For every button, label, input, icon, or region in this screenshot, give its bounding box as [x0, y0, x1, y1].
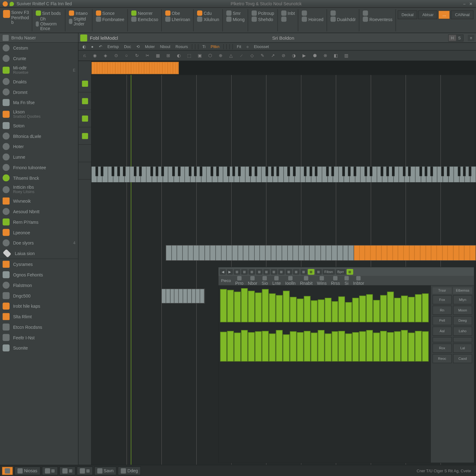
tool-icon[interactable]: ▣: [196, 52, 203, 59]
panel-tb-button[interactable]: ▶: [227, 269, 233, 274]
velocity-bar[interactable]: [422, 332, 429, 362]
ribbon-button[interactable]: Miong: [225, 16, 246, 22]
panel-side-cell[interactable]: Fox: [433, 295, 452, 305]
tool-icon[interactable]: ◧: [332, 52, 339, 59]
velocity-bar[interactable]: [380, 295, 387, 322]
sidebar-item[interactable]: Dngc500: [0, 290, 78, 301]
panel-tb-button[interactable]: ⊞: [249, 269, 255, 274]
statusbar-button[interactable]: [2, 466, 13, 475]
velocity-bar[interactable]: [311, 333, 317, 361]
tool-icon[interactable]: ○: [123, 52, 130, 59]
statusbar-button[interactable]: Niosas: [14, 466, 40, 475]
ribbon-button[interactable]: Dh Obworm Ence: [34, 16, 64, 31]
velocity-bar[interactable]: [297, 298, 303, 322]
velocity-bar[interactable]: [373, 333, 380, 361]
panel-side-cell[interactable]: Moon: [453, 306, 472, 315]
panel-side-cell[interactable]: Reoc: [433, 354, 452, 363]
toolstrip-button[interactable]: Nboul: [158, 44, 172, 49]
ribbon-button[interactable]: Duakhddr: [329, 16, 357, 22]
panel-tb-button[interactable]: ⊞: [300, 269, 307, 274]
ribbon-button[interactable]: Lheriroan: [164, 16, 192, 22]
panel-tool-button[interactable]: Wins: [317, 276, 327, 285]
toolstrip-button[interactable]: ⟲: [134, 44, 142, 49]
velocity-bar[interactable]: [325, 333, 331, 361]
toolstrip-button[interactable]: Moler: [143, 44, 157, 49]
ribbon-button[interactable]: Xilulnun: [196, 16, 221, 22]
panel-tb-button[interactable]: ⊞: [234, 269, 240, 274]
sidebar-item[interactable]: Dnakts: [0, 76, 78, 87]
ribbon-end-button[interactable]: Abtsar: [418, 11, 438, 19]
velocity-bar[interactable]: [366, 294, 373, 322]
toolstrip-button[interactable]: Rosurs: [173, 44, 190, 49]
sidebar-item[interactable]: Rern PiYams: [0, 217, 78, 227]
track-header[interactable]: [78, 75, 91, 92]
toggle-s-button[interactable]: S: [456, 35, 463, 41]
toolstrip-button[interactable]: Ti: [200, 44, 208, 49]
sidebar-item[interactable]: LksonSrattod Qoottes: [0, 108, 78, 121]
tool-icon[interactable]: ⊕: [217, 52, 224, 59]
ribbon-button[interactable]: [301, 10, 325, 16]
velocity-bar[interactable]: [227, 290, 234, 322]
panel-side-cell[interactable]: Mlyn: [453, 295, 472, 305]
sidebar-item[interactable]: Ognos Fehonts: [0, 270, 78, 280]
ribbon-button[interactable]: Inbt: [280, 10, 296, 16]
velocity-bar[interactable]: [241, 330, 248, 361]
velocity-bar[interactable]: [332, 332, 338, 362]
piano-keyboard[interactable]: [91, 166, 476, 182]
toolstrip-button[interactable]: ⟐: [244, 44, 251, 49]
sidebar-item[interactable]: Cestsrn: [0, 43, 78, 53]
tool-icon[interactable]: ⬚: [186, 52, 193, 59]
velocity-bar[interactable]: [311, 301, 317, 322]
panel-tb-button[interactable]: ⊞: [286, 269, 292, 274]
tool-icon[interactable]: ◇: [249, 52, 256, 59]
velocity-bar[interactable]: [352, 298, 359, 322]
panel-tool-button[interactable]: Si: [344, 276, 349, 285]
panel-tb-button[interactable]: ◀: [220, 269, 226, 274]
velocity-bar[interactable]: [283, 334, 289, 362]
sidebar-item[interactable]: Etccn Rocdsns: [0, 322, 78, 332]
panel-tool-button[interactable]: Rnabit: [300, 276, 313, 285]
statusbar-button[interactable]: Ddeg: [118, 466, 141, 475]
panel-side-cell[interactable]: Laho: [453, 327, 472, 336]
sidebar-item[interactable]: Laiua sion: [0, 248, 78, 259]
toolstrip-button[interactable]: ↶: [97, 44, 104, 49]
velocity-bar[interactable]: [248, 332, 254, 362]
velocity-bar[interactable]: [304, 331, 310, 361]
panel-side-cell[interactable]: [433, 337, 452, 342]
velocity-bar[interactable]: [325, 298, 331, 322]
panel-side-tab[interactable]: Etbemss: [453, 287, 472, 294]
panel-tb-button[interactable]: ⊞: [241, 269, 248, 274]
velocity-bar[interactable]: [373, 300, 380, 322]
statusbar-button[interactable]: ⊞: [59, 466, 75, 475]
velocity-bar[interactable]: [380, 331, 387, 361]
velocity-bar[interactable]: [387, 292, 394, 322]
ribbon-button[interactable]: Smr: [225, 10, 246, 16]
ribbon-button[interactable]: Intaeo: [68, 10, 90, 16]
sidebar-item[interactable]: Feeltr I-Nst: [0, 332, 78, 343]
velocity-bar[interactable]: [332, 301, 338, 322]
velocity-bar[interactable]: [269, 293, 275, 322]
velocity-bar[interactable]: [255, 332, 262, 362]
velocity-bar[interactable]: [408, 297, 415, 322]
ribbon-button[interactable]: Obe: [164, 10, 192, 16]
velocity-bar[interactable]: [346, 302, 352, 322]
velocity-bar[interactable]: [304, 296, 310, 322]
panel-side-cell[interactable]: Rox: [433, 344, 452, 353]
panel-tb-button[interactable]: ⊞: [346, 269, 353, 274]
track-header[interactable]: [78, 92, 91, 110]
sidebar-item[interactable]: Wivneoik: [0, 196, 78, 206]
velocity-bar[interactable]: [394, 332, 401, 362]
panel-tool-button[interactable]: Nbor: [248, 276, 258, 285]
velocity-chart[interactable]: [218, 286, 430, 463]
velocity-bar[interactable]: [401, 296, 408, 322]
panel-side-cell[interactable]: Lal: [453, 344, 472, 353]
sidebar-item[interactable]: Ma Fn tifse: [0, 97, 78, 108]
velocity-bar[interactable]: [318, 300, 324, 322]
ribbon-button[interactable]: Hoirced: [301, 16, 325, 22]
sidebar-item[interactable]: Hoter: [0, 141, 78, 152]
sidebar-item[interactable]: Lpeonoe: [0, 227, 78, 238]
timeline-track[interactable]: [91, 61, 476, 75]
playhead[interactable]: [131, 75, 131, 465]
tool-icon[interactable]: ✎: [259, 52, 266, 59]
velocity-bar[interactable]: [366, 330, 373, 361]
